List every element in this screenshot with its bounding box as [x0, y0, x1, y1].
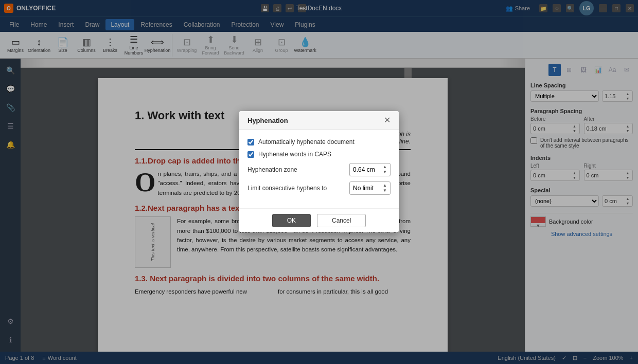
- dialog-body: Automatically hyphenate document Hyphena…: [239, 130, 399, 208]
- consecutive-hyphens-input[interactable]: No limit ▲ ▼: [349, 181, 391, 195]
- hyphenate-caps-row: Hyphenate words in CAPS: [247, 151, 391, 158]
- consecutive-hyphens-row: Limit consecutive hyphens to No limit ▲ …: [247, 181, 391, 195]
- hyphenation-zone-label: Hyphenation zone: [247, 166, 349, 173]
- hyphenation-zone-input[interactable]: 0.64 cm ▲ ▼: [349, 163, 391, 176]
- zone-down[interactable]: ▼: [383, 170, 387, 175]
- dialog-ok-button[interactable]: OK: [272, 214, 311, 227]
- modal-overlay: Hyphenation ✕ Automatically hyphenate do…: [0, 0, 638, 364]
- hyphenation-dialog: Hyphenation ✕ Automatically hyphenate do…: [239, 111, 399, 232]
- zone-up[interactable]: ▲: [383, 165, 387, 170]
- consecutive-hyphens-label: Limit consecutive hyphens to: [247, 185, 349, 192]
- hyphenate-caps-label: Hyphenate words in CAPS: [258, 151, 331, 158]
- auto-hyphenate-label: Automatically hyphenate document: [258, 138, 355, 145]
- consecutive-up[interactable]: ▲: [383, 183, 387, 188]
- hyphenation-zone-row: Hyphenation zone 0.64 cm ▲ ▼: [247, 163, 391, 176]
- auto-hyphenate-row: Automatically hyphenate document: [247, 138, 391, 145]
- hyphenate-caps-checkbox[interactable]: [247, 151, 254, 158]
- dialog-close-button[interactable]: ✕: [384, 116, 391, 124]
- dialog-footer: OK Cancel: [239, 208, 399, 232]
- dialog-header: Hyphenation ✕: [239, 111, 399, 130]
- dialog-title: Hyphenation: [247, 117, 288, 124]
- dialog-cancel-button[interactable]: Cancel: [317, 214, 366, 227]
- consecutive-down[interactable]: ▼: [383, 188, 387, 193]
- auto-hyphenate-checkbox[interactable]: [247, 139, 254, 145]
